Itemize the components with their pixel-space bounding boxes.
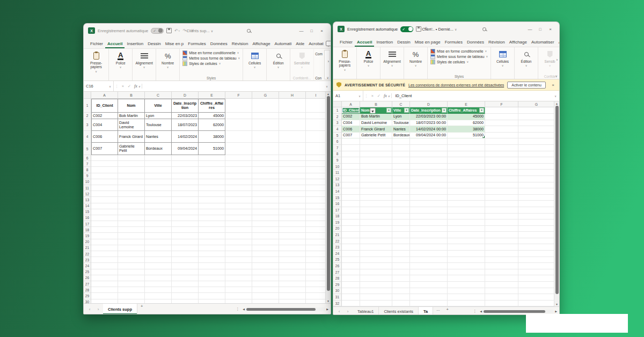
cell-i23[interactable] — [306, 257, 326, 263]
cell-e23[interactable] — [199, 257, 225, 263]
cell-f27[interactable] — [485, 269, 518, 276]
filter-dropdown-icon[interactable]: ▾ — [386, 108, 391, 113]
cell-b8[interactable] — [360, 151, 392, 158]
cell-e2[interactable]: 45000 — [448, 114, 485, 120]
ribbon-group-sensibilite[interactable]: Sensibilité∨Confidenti... — [290, 49, 314, 80]
cell-b26[interactable] — [118, 275, 145, 281]
cell-a28[interactable] — [91, 287, 118, 293]
cell-c28[interactable] — [392, 275, 410, 282]
cell-g31[interactable] — [518, 294, 555, 301]
cell-b17[interactable] — [360, 207, 392, 214]
row-header-4[interactable]: 4 — [333, 126, 342, 133]
row-header-11[interactable]: 11 — [333, 170, 342, 176]
row-header-2[interactable]: 2 — [84, 113, 91, 119]
cell-g6[interactable] — [252, 155, 279, 161]
cell-a19[interactable] — [342, 219, 360, 226]
cell-a4[interactable]: C006 — [342, 126, 360, 133]
cell-b22[interactable] — [360, 238, 392, 245]
collapse-ribbon-icon[interactable]: ∨ — [555, 74, 558, 78]
cell-a1[interactable]: ID_Client▾ — [342, 107, 360, 114]
cell-d7[interactable] — [172, 161, 199, 167]
cell-e8[interactable] — [199, 167, 225, 173]
cell-d6[interactable] — [172, 155, 199, 161]
cell-i15[interactable] — [306, 209, 326, 215]
cell-a1[interactable]: ID_Client — [91, 99, 118, 113]
cancel-icon[interactable]: × — [369, 93, 376, 98]
cell-f8[interactable] — [225, 167, 252, 173]
cell-f11[interactable] — [485, 170, 518, 176]
column-header-e[interactable]: E — [199, 92, 225, 98]
cell-d17[interactable] — [172, 221, 199, 227]
cell-c31[interactable] — [392, 294, 410, 301]
cell-h14[interactable] — [279, 203, 306, 209]
save-icon[interactable] — [416, 26, 421, 32]
cell-d24[interactable] — [410, 251, 448, 257]
horizontal-scrollbar[interactable]: ◀ ▶ — [243, 307, 328, 311]
row-header-26[interactable]: 26 — [333, 263, 342, 269]
cell-d30[interactable] — [410, 288, 448, 295]
cell-c14[interactable] — [145, 203, 172, 209]
cell-e32[interactable] — [448, 301, 485, 306]
cell-b20[interactable] — [118, 239, 145, 245]
cell-e27[interactable] — [199, 281, 225, 287]
ribbon-group-e-dition[interactable]: Édition∨ — [267, 49, 290, 80]
cell-g23[interactable] — [518, 244, 555, 251]
ribbon-group-e-dition[interactable]: Édition∨ — [515, 47, 538, 79]
fx-icon[interactable]: fx ∨ — [133, 84, 142, 89]
cell-a7[interactable] — [342, 145, 360, 151]
cell-h11[interactable] — [279, 185, 306, 191]
cell-a27[interactable] — [342, 269, 360, 276]
cell-c15[interactable] — [145, 209, 172, 215]
cell-f23[interactable] — [225, 257, 252, 263]
row-header-11[interactable]: 11 — [84, 185, 91, 191]
cell-f20[interactable] — [225, 239, 252, 245]
cell-c25[interactable] — [392, 257, 410, 263]
cell-a11[interactable] — [91, 185, 118, 191]
ribbon-tab-donne-es[interactable]: Données — [465, 38, 486, 47]
row-header-2[interactable]: 2 — [333, 114, 342, 120]
cell-d9[interactable] — [172, 173, 199, 179]
ribbon-tab-insertion[interactable]: Insertion — [125, 40, 145, 48]
cell-a7[interactable] — [91, 161, 118, 167]
cell-c29[interactable] — [145, 293, 172, 299]
cell-i10[interactable] — [306, 179, 326, 185]
cell-c12[interactable] — [145, 191, 172, 197]
row-header-9[interactable]: 9 — [333, 157, 342, 164]
vertical-scrollbar[interactable]: ▲ ▼ — [554, 101, 559, 306]
cell-h2[interactable] — [279, 113, 306, 119]
cell-d23[interactable] — [410, 244, 448, 251]
cell-i5[interactable] — [306, 143, 326, 155]
minimize-button[interactable]: — — [297, 26, 306, 35]
cell-i28[interactable] — [306, 287, 326, 293]
cell-g10[interactable] — [518, 164, 555, 170]
ribbon-tab-acrobat[interactable]: Acrobat — [306, 40, 326, 48]
cell-e14[interactable] — [448, 188, 485, 195]
cell-h28[interactable] — [279, 287, 306, 293]
scroll-down-icon[interactable]: ▼ — [327, 299, 330, 303]
cell-d21[interactable] — [410, 232, 448, 238]
row-header-6[interactable]: 6 — [333, 138, 342, 145]
cell-g1[interactable] — [518, 107, 555, 114]
column-header-e[interactable]: E — [448, 101, 485, 107]
cell-a19[interactable] — [91, 233, 118, 239]
collapse-ribbon-icon[interactable]: ∨ — [327, 76, 329, 79]
cell-d11[interactable] — [410, 170, 448, 176]
cell-i18[interactable] — [306, 227, 326, 233]
cell-c19[interactable] — [145, 233, 172, 239]
cell-h25[interactable] — [279, 269, 306, 275]
cell-c21[interactable] — [392, 232, 410, 238]
cell-c28[interactable] — [145, 287, 172, 293]
cell-b1[interactable]: Nom — [118, 99, 145, 113]
cell-a32[interactable] — [342, 301, 360, 306]
sheet-prev-icon[interactable]: ‹ — [86, 307, 93, 312]
cell-f27[interactable] — [225, 281, 252, 287]
cell-g3[interactable] — [518, 120, 555, 127]
row-header-32[interactable]: 32 — [333, 301, 342, 306]
cell-a23[interactable] — [91, 257, 118, 263]
ribbon-group-nombre[interactable]: %Nombre∨ — [156, 49, 180, 80]
row-header-23[interactable]: 23 — [84, 257, 91, 263]
cell-c10[interactable] — [392, 164, 410, 170]
cell-d24[interactable] — [172, 263, 199, 269]
scroll-down-icon[interactable]: ▼ — [555, 303, 558, 306]
column-header-c[interactable]: C — [145, 92, 172, 98]
